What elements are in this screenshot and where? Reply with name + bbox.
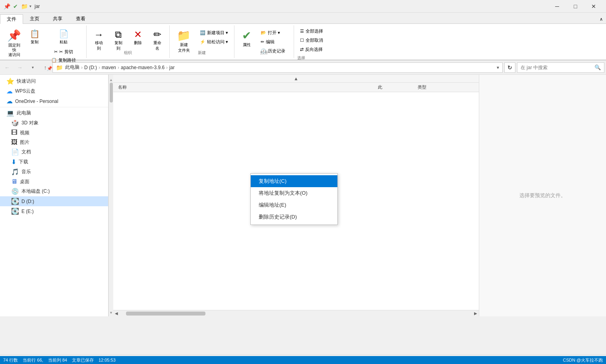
cut-icon: ✂ xyxy=(54,49,58,54)
properties-button[interactable]: ✔ 属性 xyxy=(238,27,256,50)
ribbon-group-select: ☰ 全部选择 ☐ 全部取消 ⇄ 反向选择 选择 xyxy=(294,25,346,58)
path-part-jar[interactable]: jar xyxy=(169,65,174,70)
scroll-left-button[interactable]: ◀ xyxy=(113,310,120,317)
minimize-button[interactable]: ─ xyxy=(548,0,566,13)
sidebar-item-thispc[interactable]: 💻 此电脑 xyxy=(0,108,108,118)
new-item-icon: 🆕 xyxy=(200,30,205,35)
select-all-icon: ☰ xyxy=(300,29,304,34)
sidebar-item-downloads[interactable]: ⬇ 下载 xyxy=(0,157,108,167)
sidebar-item-drive-e[interactable]: 💽 E (E:) xyxy=(0,206,108,216)
search-input[interactable] xyxy=(521,65,594,70)
sidebar-item-video[interactable]: 🎞 视频 xyxy=(0,128,108,137)
title-bar-icons: 📌 ✔ 📁 ▾ xyxy=(3,3,31,10)
sidebar-item-drive-d[interactable]: 💽 D (D:) xyxy=(0,196,108,206)
desktop-icon: 🖥 xyxy=(11,178,17,185)
3d-icon: 🎲 xyxy=(11,119,19,127)
copy-button[interactable]: 📋 复制 xyxy=(27,27,43,47)
preview-area: 选择要预览的文件。 xyxy=(479,75,606,316)
copy-to-icon: ⧉ xyxy=(115,29,122,40)
tab-file[interactable]: 文件 xyxy=(0,14,23,24)
sidebar-item-onedrive[interactable]: ☁ OneDrive - Personal xyxy=(0,96,108,106)
edit-button[interactable]: ✏ 编辑 xyxy=(258,38,288,46)
new-item-button[interactable]: 🆕 新建项目 ▾ xyxy=(197,29,231,37)
invert-selection-button[interactable]: ⇄ 反向选择 xyxy=(297,45,325,54)
scroll-right-button[interactable]: ▶ xyxy=(472,310,479,317)
editor-saved: 文章已保存 xyxy=(72,357,94,363)
back-button[interactable]: ← xyxy=(2,62,13,73)
ribbon-expand-button[interactable]: ∧ xyxy=(596,15,606,23)
sidebar-item-wps[interactable]: ☁ WPS云盘 xyxy=(0,86,108,96)
context-menu-item-edit-address[interactable]: 编辑地址(E) xyxy=(251,199,337,211)
col-name[interactable]: 名称 xyxy=(116,84,376,90)
rename-icon: ✏ xyxy=(153,29,161,40)
sort-indicator: ▲ xyxy=(113,75,479,83)
refresh-button[interactable]: ↻ xyxy=(504,62,515,73)
path-part-pc[interactable]: 此电脑 xyxy=(65,64,79,71)
new-group-label: 新建 xyxy=(170,48,234,56)
delete-button[interactable]: ✕ 删除 xyxy=(129,27,147,48)
sidebar-scrollbar[interactable]: ▲ ▼ xyxy=(108,75,113,316)
path-part-d[interactable]: D (D:) xyxy=(84,65,97,70)
forward-button[interactable]: → xyxy=(14,62,25,73)
ribbon-tabs: 文件 主页 共享 查看 ∧ xyxy=(0,13,606,24)
tab-share[interactable]: 共享 xyxy=(46,14,69,23)
tab-home[interactable]: 主页 xyxy=(23,14,46,23)
sidebar-item-desktop[interactable]: 🖥 桌面 xyxy=(0,177,108,186)
sidebar-item-local-c[interactable]: 💿 本地磁盘 (C:) xyxy=(0,186,108,196)
new-folder-icon: 📁 xyxy=(177,29,191,42)
editor-time: 12:05:53 xyxy=(99,358,116,362)
paste-icon: 📄 xyxy=(59,29,69,39)
onedrive-icon: ☁ xyxy=(6,97,13,105)
scrollbar-thumb[interactable] xyxy=(126,312,205,316)
pin-to-quick-access-button[interactable]: 📌 固定到快速访问 xyxy=(3,27,25,59)
sidebar-item-3dobjects[interactable]: 🎲 3D 对象 xyxy=(0,118,108,128)
path-part-maven[interactable]: maven xyxy=(102,65,116,70)
drive-d-icon: 💽 xyxy=(11,197,19,205)
music-icon: 🎵 xyxy=(11,168,19,176)
cut-button[interactable]: ✂ ✂ 剪切 xyxy=(51,48,76,56)
context-menu-item-delete-history[interactable]: 删除历史记录(D) xyxy=(251,211,337,223)
easy-access-button[interactable]: ⚡ 轻松访问 ▾ xyxy=(197,38,231,46)
address-dropdown-button[interactable]: ▾ xyxy=(497,65,499,70)
scrollbar-track[interactable] xyxy=(126,312,466,316)
context-menu-item-copy-as-text[interactable]: 将地址复制为文本(O) xyxy=(251,187,337,199)
maximize-button[interactable]: □ xyxy=(566,0,585,13)
drive-e-icon: 💽 xyxy=(11,207,19,215)
search-icon: 🔍 xyxy=(594,64,601,70)
sidebar-item-documents[interactable]: 📄 文档 xyxy=(0,147,108,157)
sidebar-scrollbar-thumb[interactable] xyxy=(110,83,113,103)
address-bar[interactable]: 📁 此电脑 › D (D:) › maven › apache-maven-3.… xyxy=(52,62,503,73)
ribbon-group-clipboard: 📌 固定到快速访问 📋 复制 📄 粘贴 ✂ ✂ 剪切 📋 复制路径 xyxy=(0,25,87,58)
title-bar: 📌 ✔ 📁 ▾ jar ─ □ ✕ xyxy=(0,0,606,13)
main-area: ⭐ 快速访问 ☁ WPS云盘 ☁ OneDrive - Personal 💻 此… xyxy=(0,75,606,316)
up-button[interactable]: ↑ xyxy=(40,62,51,73)
sidebar-item-quickaccess[interactable]: ⭐ 快速访问 xyxy=(0,76,108,86)
downloads-icon: ⬇ xyxy=(11,158,16,166)
move-icon: → xyxy=(94,29,104,40)
sidebar-item-music[interactable]: 🎵 音乐 xyxy=(0,167,108,177)
quickaccess-icon: ⭐ xyxy=(6,77,14,85)
context-menu-item-copy-address[interactable]: 复制地址(C) xyxy=(251,175,337,187)
editor-current-col: 当前列 84 xyxy=(48,357,67,363)
search-box[interactable]: 🔍 xyxy=(517,62,604,73)
window-title: jar xyxy=(35,4,548,9)
tab-view[interactable]: 查看 xyxy=(69,14,92,23)
recent-locations-button[interactable]: ▾ xyxy=(27,62,38,73)
select-all-button[interactable]: ☰ 全部选择 xyxy=(297,27,326,35)
col-type[interactable]: 类型 xyxy=(416,84,476,90)
context-menu: 复制地址(C) 将地址复制为文本(O) 编辑地址(E) 删除历史记录(D) xyxy=(250,173,338,225)
select-none-icon: ☐ xyxy=(300,38,304,43)
drive-c-icon: 💿 xyxy=(11,188,19,195)
select-none-button[interactable]: ☐ 全部取消 xyxy=(297,36,326,45)
organize-group-label: 组织 xyxy=(87,48,169,56)
paste-button[interactable]: 📄 粘贴 xyxy=(56,27,72,47)
sidebar-item-pictures[interactable]: 🖼 图片 xyxy=(0,137,108,147)
h-scrollbar[interactable]: ◀ ▶ xyxy=(113,310,479,316)
invert-icon: ⇄ xyxy=(300,47,304,52)
path-part-apache[interactable]: apache-maven-3.9.6 xyxy=(121,65,165,70)
close-button[interactable]: ✕ xyxy=(585,0,603,13)
col-date[interactable]: 此 xyxy=(376,84,416,90)
open-button[interactable]: 📂 打开 ▾ xyxy=(258,29,288,37)
file-list-header: 名称 此 类型 xyxy=(113,83,479,92)
window-controls: ─ □ ✕ xyxy=(548,0,603,13)
